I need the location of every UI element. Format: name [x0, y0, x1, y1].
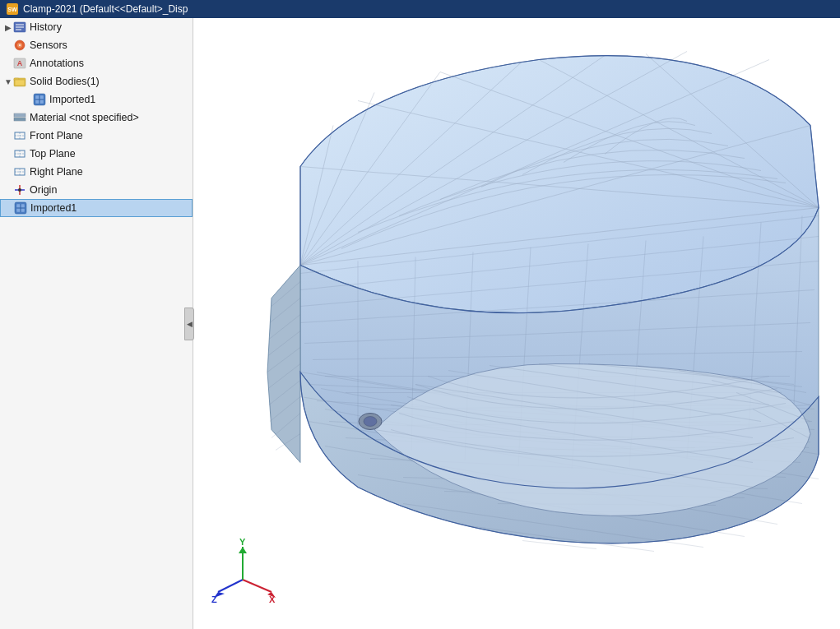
svg-rect-11	[15, 80, 25, 86]
history-label: History	[30, 21, 62, 33]
axes-svg: Z X Y	[210, 539, 276, 604]
svg-point-102	[364, 417, 377, 427]
3d-viewport[interactable]: Z X Y	[193, 18, 840, 629]
tree-item-origin[interactable]: ▶ Origin	[0, 181, 193, 199]
svg-marker-120	[239, 547, 247, 553]
history-icon	[13, 21, 26, 34]
imported1-sub-icon	[33, 93, 46, 106]
imported1-label: Imported1	[30, 202, 77, 214]
expand-arrow-solid-bodies: ▼	[3, 76, 13, 86]
tree-item-sensors[interactable]: ▶ Sensors	[0, 36, 193, 54]
svg-line-113	[218, 580, 243, 592]
feature-tree-panel: ▶ History ▶	[0, 18, 193, 629]
window-title: Clamp-2021 (Default<<Default>_Disp	[23, 3, 188, 15]
top-plane-label: Top Plane	[30, 148, 76, 160]
sidebar-collapse-handle[interactable]: ◀	[184, 308, 194, 340]
svg-text:Y: Y	[239, 539, 246, 547]
svg-point-6	[19, 44, 21, 46]
origin-label: Origin	[30, 184, 57, 196]
material-label: Material <not specified>	[30, 112, 139, 123]
tree-item-imported1[interactable]: ▶ Imported1	[0, 199, 193, 217]
sensors-label: Sensors	[30, 39, 67, 51]
main-layout: ▶ History ▶	[0, 18, 840, 629]
tree-item-annotations[interactable]: ▶ A Annotations	[0, 54, 193, 72]
origin-icon	[13, 183, 26, 197]
right-plane-label: Right Plane	[30, 166, 83, 178]
tree-item-imported1-sub[interactable]: ▶ Imported1	[0, 90, 193, 109]
material-icon	[13, 111, 26, 124]
svg-text:A: A	[17, 59, 23, 67]
svg-line-116	[243, 580, 271, 592]
title-bar: SW Clamp-2021 (Default<<Default>_Disp	[0, 0, 840, 18]
solid-bodies-icon	[13, 75, 26, 88]
tree-item-history[interactable]: ▶ History	[0, 18, 193, 36]
svg-text:X: X	[269, 594, 276, 604]
tree-item-solid-bodies[interactable]: ▼ Solid Bodies(1)	[0, 72, 193, 90]
annotations-label: Annotations	[30, 58, 84, 69]
sensors-icon	[13, 39, 26, 52]
annotations-icon: A	[13, 57, 26, 70]
top-plane-icon	[13, 147, 26, 160]
solid-bodies-label: Solid Bodies(1)	[30, 76, 100, 87]
tree-item-top-plane[interactable]: ▶ Top Plane	[0, 145, 193, 163]
tree-item-front-plane[interactable]: ▶ Front Plane	[0, 127, 193, 145]
svg-point-31	[18, 188, 21, 192]
right-plane-icon	[13, 165, 26, 178]
imported1-icon	[14, 201, 27, 215]
imported1-sub-label: Imported1	[49, 94, 95, 105]
svg-text:Z: Z	[211, 594, 217, 604]
tree-item-material[interactable]: ▶ Material <not specified>	[0, 109, 193, 127]
front-plane-label: Front Plane	[30, 130, 83, 141]
front-plane-icon	[13, 129, 26, 142]
expand-arrow-history: ▶	[3, 22, 13, 32]
tree-item-right-plane[interactable]: ▶ Right Plane	[0, 163, 193, 181]
coordinate-axes: Z X Y	[210, 539, 276, 604]
model-svg	[193, 18, 840, 629]
app-icon: SW	[7, 3, 18, 15]
